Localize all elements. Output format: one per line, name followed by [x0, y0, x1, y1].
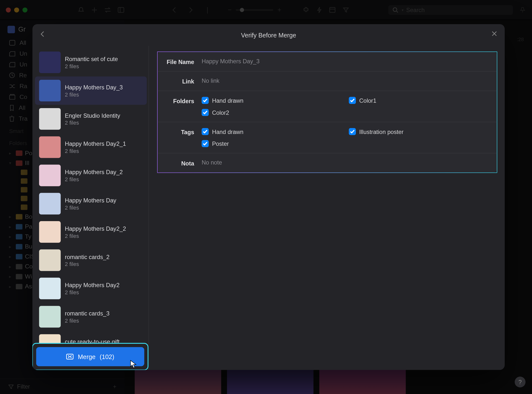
folders-label: Folders — [166, 97, 202, 104]
modal-back-button[interactable] — [40, 31, 45, 39]
merge-button-count: (102) — [100, 353, 114, 360]
checkbox-icon — [202, 97, 209, 104]
checkbox-icon — [349, 128, 356, 135]
checkbox-option[interactable]: Hand drawn — [202, 128, 341, 135]
merge-candidate-list: Romantic set of cute2 filesHappy Mothers… — [33, 46, 149, 370]
checkbox-label: Color2 — [212, 109, 229, 116]
note-value: No note — [202, 159, 489, 166]
merge-list-item[interactable]: romantic cards_22 files — [35, 246, 147, 274]
checkbox-icon — [202, 128, 209, 135]
merge-list-item[interactable]: Happy Mothers Day2_12 files — [35, 133, 147, 161]
checkbox-option[interactable]: Poster — [202, 140, 341, 147]
merge-list-item[interactable]: romantic cards_32 files — [35, 303, 147, 331]
merge-list-item[interactable]: Happy Mothers Day22 files — [35, 274, 147, 303]
link-label: Link — [166, 77, 202, 85]
modal-title: Verify Before Merge — [241, 31, 296, 38]
merge-button[interactable]: Merge (102) — [36, 347, 144, 366]
checkbox-option[interactable]: Color1 — [349, 97, 488, 104]
checkbox-icon — [202, 109, 209, 116]
checkbox-label: Hand drawn — [212, 97, 243, 104]
merge-list-item[interactable]: Happy Mothers Day_32 files — [35, 77, 147, 105]
merge-list-item[interactable]: Happy Mothers Day2 files — [35, 190, 147, 218]
merge-detail-area: File Name Happy Mothers Day_3 Link No li… — [149, 46, 505, 370]
note-label: Nota — [166, 159, 202, 167]
checkbox-label: Poster — [212, 140, 229, 147]
modal-close-button[interactable] — [491, 31, 497, 38]
checkbox-option[interactable]: Color2 — [202, 109, 341, 116]
merge-modal: Verify Before Merge Romantic set of cute… — [33, 24, 505, 370]
tags-label: Tags — [166, 128, 202, 135]
merge-footer: Merge (102) — [33, 343, 149, 370]
filename-value: Happy Mothers Day_3 — [202, 58, 489, 65]
filename-label: File Name — [166, 58, 202, 65]
merge-list-item[interactable]: Happy Mothers Day_22 files — [35, 161, 147, 190]
detail-panel: File Name Happy Mothers Day_3 Link No li… — [157, 51, 497, 173]
checkbox-option[interactable]: Hand drawn — [202, 97, 341, 104]
checkbox-label: Illustration poster — [359, 128, 403, 135]
checkbox-icon — [202, 140, 209, 147]
checkbox-label: Hand drawn — [212, 128, 243, 135]
help-button[interactable]: ? — [515, 377, 526, 387]
checkbox-label: Color1 — [359, 97, 376, 104]
modal-header: Verify Before Merge — [33, 24, 505, 46]
merge-list-item[interactable]: Engler Studio Identity2 files — [35, 105, 147, 133]
checkbox-option[interactable]: Illustration poster — [349, 128, 488, 135]
merge-list-item[interactable]: Romantic set of cute2 files — [35, 48, 147, 77]
merge-button-label: Merge — [78, 353, 96, 360]
checkbox-icon — [349, 97, 356, 104]
link-value: No link — [202, 77, 489, 84]
merge-list-item[interactable]: Happy Mothers Day2_22 files — [35, 218, 147, 246]
